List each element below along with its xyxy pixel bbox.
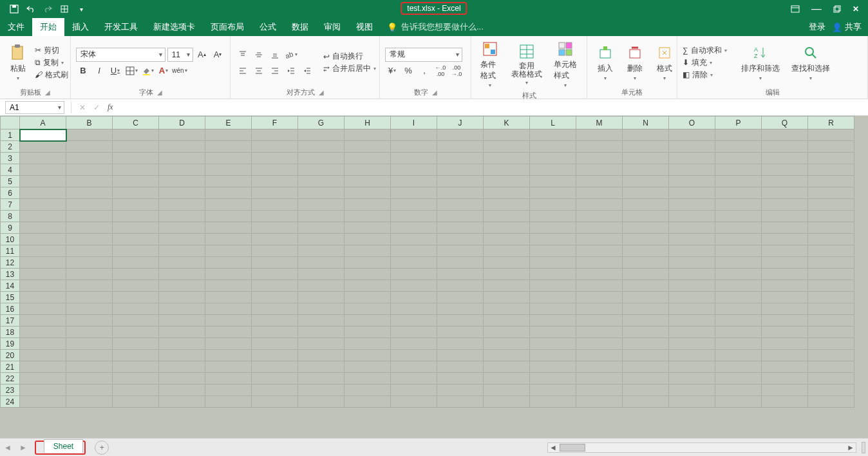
delete-cells-button[interactable]: 删除▾	[622, 43, 648, 82]
cell[interactable]	[762, 373, 808, 385]
cell[interactable]	[808, 269, 854, 280]
cell[interactable]	[344, 338, 391, 350]
cell[interactable]	[669, 234, 715, 245]
cell[interactable]	[391, 245, 437, 257]
cell[interactable]	[66, 245, 113, 257]
cell[interactable]	[20, 257, 66, 269]
cell[interactable]	[205, 396, 252, 408]
close-button[interactable]: ✕	[853, 5, 859, 14]
cell[interactable]	[437, 245, 484, 257]
cell[interactable]	[391, 129, 437, 141]
cell[interactable]	[623, 199, 669, 211]
cell[interactable]	[344, 385, 391, 396]
cell[interactable]	[762, 176, 808, 187]
cell[interactable]	[20, 373, 66, 385]
cell[interactable]	[484, 153, 530, 164]
cell[interactable]	[576, 245, 623, 257]
cell[interactable]	[576, 211, 623, 222]
cell[interactable]	[623, 396, 669, 408]
cell[interactable]	[20, 176, 66, 187]
row-header[interactable]: 16	[1, 303, 20, 315]
tab-page-layout[interactable]: 页面布局	[203, 18, 252, 36]
cell[interactable]	[576, 269, 623, 280]
cell[interactable]	[576, 280, 623, 292]
cell[interactable]	[66, 361, 113, 373]
cell[interactable]	[762, 245, 808, 257]
cell[interactable]	[623, 187, 669, 199]
cell[interactable]	[576, 234, 623, 245]
cell[interactable]	[484, 176, 530, 187]
cell[interactable]	[298, 396, 344, 408]
cell[interactable]	[205, 234, 252, 245]
cell[interactable]	[623, 350, 669, 361]
cell[interactable]	[113, 338, 159, 350]
cell[interactable]	[715, 350, 762, 361]
cell[interactable]	[530, 292, 576, 303]
cell[interactable]	[808, 141, 854, 153]
cell[interactable]	[715, 269, 762, 280]
cell[interactable]	[113, 361, 159, 373]
cell[interactable]	[252, 315, 298, 327]
paste-button[interactable]: 粘贴 ▾	[5, 43, 31, 82]
formula-input[interactable]	[117, 101, 868, 114]
column-header[interactable]: A	[20, 117, 66, 129]
cell[interactable]	[252, 141, 298, 153]
cell[interactable]	[298, 222, 344, 234]
row-header[interactable]: 13	[1, 269, 20, 280]
cell[interactable]	[762, 211, 808, 222]
row-header[interactable]: 3	[1, 153, 20, 164]
cell[interactable]	[159, 385, 205, 396]
cell[interactable]	[205, 303, 252, 315]
cell[interactable]	[205, 257, 252, 269]
format-as-table-button[interactable]: 套用 表格格式▾	[507, 41, 546, 87]
cell[interactable]	[623, 315, 669, 327]
cell[interactable]	[530, 199, 576, 211]
cell[interactable]	[298, 315, 344, 327]
cell[interactable]	[623, 361, 669, 373]
cell[interactable]	[66, 338, 113, 350]
column-header[interactable]: N	[623, 117, 669, 129]
cell[interactable]	[669, 373, 715, 385]
cell[interactable]	[715, 245, 762, 257]
cell[interactable]	[808, 338, 854, 350]
cell[interactable]	[484, 129, 530, 141]
tab-home[interactable]: 开始	[32, 18, 64, 36]
cell[interactable]	[715, 176, 762, 187]
cell[interactable]	[159, 164, 205, 176]
cell[interactable]	[159, 199, 205, 211]
cell[interactable]	[762, 280, 808, 292]
row-header[interactable]: 1	[1, 129, 20, 141]
cell[interactable]	[20, 327, 66, 338]
cell[interactable]	[530, 234, 576, 245]
cell[interactable]	[159, 315, 205, 327]
cell[interactable]	[391, 257, 437, 269]
cell[interactable]	[391, 385, 437, 396]
cell[interactable]	[159, 211, 205, 222]
cell[interactable]	[113, 222, 159, 234]
cell[interactable]	[391, 222, 437, 234]
cell[interactable]	[715, 211, 762, 222]
sort-filter-button[interactable]: AZ 排序和筛选▾	[737, 43, 784, 82]
decrease-decimal-button[interactable]: .00→.0	[449, 64, 464, 78]
format-painter-button[interactable]: 🖌格式刷	[35, 70, 68, 81]
cell[interactable]	[391, 303, 437, 315]
decrease-indent-button[interactable]	[284, 64, 298, 78]
cell[interactable]	[669, 164, 715, 176]
cell[interactable]	[669, 199, 715, 211]
row-header[interactable]: 22	[1, 373, 20, 385]
cell[interactable]	[20, 164, 66, 176]
clear-button[interactable]: ◧清除▾	[683, 70, 727, 81]
tab-new[interactable]: 新建选项卡	[146, 18, 203, 36]
cell[interactable]	[484, 269, 530, 280]
wrap-text-button[interactable]: ↩自动换行	[323, 51, 376, 62]
cell[interactable]	[669, 245, 715, 257]
cell[interactable]	[669, 303, 715, 315]
cell[interactable]	[530, 141, 576, 153]
cell[interactable]	[205, 327, 252, 338]
align-bottom-button[interactable]	[268, 48, 282, 62]
cell[interactable]	[113, 373, 159, 385]
redo-icon[interactable]	[42, 4, 53, 14]
clipboard-dialog-launcher[interactable]: ◢	[45, 89, 50, 96]
cell[interactable]	[20, 269, 66, 280]
cell[interactable]	[623, 280, 669, 292]
